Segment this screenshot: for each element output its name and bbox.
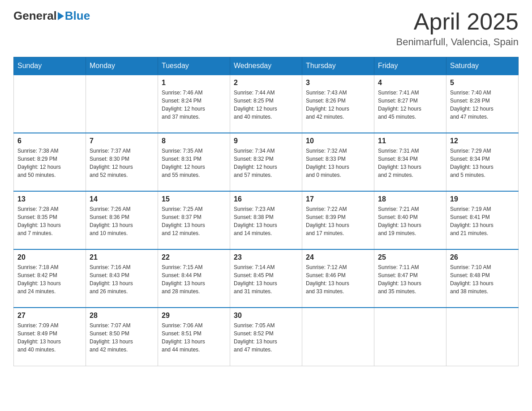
day-info: Sunrise: 7:18 AM Sunset: 8:42 PM Dayligh… [17, 263, 82, 295]
day-number: 27 [17, 312, 82, 320]
day-info: Sunrise: 7:05 AM Sunset: 8:52 PM Dayligh… [234, 321, 298, 354]
calendar-cell: 18Sunrise: 7:21 AM Sunset: 8:40 PM Dayli… [374, 191, 446, 249]
day-number: 21 [90, 253, 154, 261]
calendar-cell: 23Sunrise: 7:14 AM Sunset: 8:45 PM Dayli… [230, 249, 302, 308]
col-friday: Friday [374, 57, 446, 75]
day-info: Sunrise: 7:06 AM Sunset: 8:51 PM Dayligh… [162, 321, 226, 354]
day-number: 6 [17, 137, 82, 145]
col-saturday: Saturday [446, 57, 519, 75]
day-number: 26 [450, 253, 515, 261]
calendar-cell: 5Sunrise: 7:40 AM Sunset: 8:28 PM Daylig… [446, 75, 519, 133]
calendar-cell: 19Sunrise: 7:19 AM Sunset: 8:41 PM Dayli… [446, 191, 519, 249]
day-info: Sunrise: 7:38 AM Sunset: 8:29 PM Dayligh… [17, 147, 82, 179]
day-number: 23 [234, 253, 298, 261]
calendar-cell: 4Sunrise: 7:41 AM Sunset: 8:27 PM Daylig… [374, 75, 446, 133]
calendar-cell [446, 308, 519, 366]
day-info: Sunrise: 7:16 AM Sunset: 8:43 PM Dayligh… [90, 263, 154, 295]
page-header: General Blue April 2025 Benimarfull, Val… [13, 9, 519, 48]
calendar-cell: 12Sunrise: 7:29 AM Sunset: 8:34 PM Dayli… [446, 133, 519, 191]
day-number: 9 [234, 137, 298, 145]
calendar-cell: 25Sunrise: 7:11 AM Sunset: 8:47 PM Dayli… [374, 249, 446, 308]
day-number: 25 [378, 253, 442, 261]
day-info: Sunrise: 7:37 AM Sunset: 8:30 PM Dayligh… [90, 147, 154, 179]
day-number: 3 [306, 79, 370, 87]
day-info: Sunrise: 7:10 AM Sunset: 8:48 PM Dayligh… [450, 263, 515, 295]
calendar-cell: 17Sunrise: 7:22 AM Sunset: 8:39 PM Dayli… [302, 191, 374, 249]
day-number: 8 [162, 137, 226, 145]
calendar-cell: 9Sunrise: 7:34 AM Sunset: 8:32 PM Daylig… [230, 133, 302, 191]
day-info: Sunrise: 7:12 AM Sunset: 8:46 PM Dayligh… [306, 263, 370, 295]
calendar-cell: 29Sunrise: 7:06 AM Sunset: 8:51 PM Dayli… [158, 308, 230, 366]
day-info: Sunrise: 7:11 AM Sunset: 8:47 PM Dayligh… [378, 263, 442, 295]
calendar-cell: 6Sunrise: 7:38 AM Sunset: 8:29 PM Daylig… [14, 133, 86, 191]
title-area: April 2025 Benimarfull, Valencia, Spain [396, 9, 519, 48]
day-info: Sunrise: 7:23 AM Sunset: 8:38 PM Dayligh… [234, 205, 298, 237]
day-info: Sunrise: 7:43 AM Sunset: 8:26 PM Dayligh… [306, 89, 370, 121]
day-number: 15 [162, 195, 226, 203]
calendar-table: Sunday Monday Tuesday Wednesday Thursday… [13, 57, 519, 366]
day-number: 16 [234, 195, 298, 203]
day-number: 19 [450, 195, 515, 203]
day-info: Sunrise: 7:44 AM Sunset: 8:25 PM Dayligh… [234, 89, 298, 121]
day-info: Sunrise: 7:22 AM Sunset: 8:39 PM Dayligh… [306, 205, 370, 237]
calendar-cell [302, 308, 374, 366]
calendar-cell: 27Sunrise: 7:09 AM Sunset: 8:49 PM Dayli… [14, 308, 86, 366]
day-number: 2 [234, 79, 298, 87]
calendar-cell: 10Sunrise: 7:32 AM Sunset: 8:33 PM Dayli… [302, 133, 374, 191]
calendar-week-row: 13Sunrise: 7:28 AM Sunset: 8:35 PM Dayli… [14, 191, 519, 249]
day-info: Sunrise: 7:09 AM Sunset: 8:49 PM Dayligh… [17, 321, 82, 354]
day-number: 22 [162, 253, 226, 261]
day-number: 13 [17, 195, 82, 203]
col-wednesday: Wednesday [230, 57, 302, 75]
calendar-cell [374, 308, 446, 366]
calendar-week-row: 1Sunrise: 7:46 AM Sunset: 8:24 PM Daylig… [14, 75, 519, 133]
day-number: 17 [306, 195, 370, 203]
calendar-cell: 24Sunrise: 7:12 AM Sunset: 8:46 PM Dayli… [302, 249, 374, 308]
day-info: Sunrise: 7:14 AM Sunset: 8:45 PM Dayligh… [234, 263, 298, 295]
logo-general: General [13, 9, 57, 23]
calendar-cell: 26Sunrise: 7:10 AM Sunset: 8:48 PM Dayli… [446, 249, 519, 308]
day-info: Sunrise: 7:19 AM Sunset: 8:41 PM Dayligh… [450, 205, 515, 237]
logo-arrow-icon [58, 12, 64, 20]
day-info: Sunrise: 7:41 AM Sunset: 8:27 PM Dayligh… [378, 89, 442, 121]
day-info: Sunrise: 7:25 AM Sunset: 8:37 PM Dayligh… [162, 205, 226, 237]
day-info: Sunrise: 7:31 AM Sunset: 8:34 PM Dayligh… [378, 147, 442, 179]
calendar-cell [86, 75, 158, 133]
day-number: 18 [378, 195, 442, 203]
calendar-header-row: Sunday Monday Tuesday Wednesday Thursday… [14, 57, 519, 75]
day-number: 11 [378, 137, 442, 145]
day-info: Sunrise: 7:15 AM Sunset: 8:44 PM Dayligh… [162, 263, 226, 295]
day-number: 28 [90, 312, 154, 320]
calendar-cell: 8Sunrise: 7:35 AM Sunset: 8:31 PM Daylig… [158, 133, 230, 191]
day-info: Sunrise: 7:21 AM Sunset: 8:40 PM Dayligh… [378, 205, 442, 237]
calendar-cell: 3Sunrise: 7:43 AM Sunset: 8:26 PM Daylig… [302, 75, 374, 133]
day-info: Sunrise: 7:29 AM Sunset: 8:34 PM Dayligh… [450, 147, 515, 179]
day-number: 14 [90, 195, 154, 203]
calendar-cell: 7Sunrise: 7:37 AM Sunset: 8:30 PM Daylig… [86, 133, 158, 191]
day-info: Sunrise: 7:26 AM Sunset: 8:36 PM Dayligh… [90, 205, 154, 237]
calendar-cell: 16Sunrise: 7:23 AM Sunset: 8:38 PM Dayli… [230, 191, 302, 249]
calendar-cell: 20Sunrise: 7:18 AM Sunset: 8:42 PM Dayli… [14, 249, 86, 308]
day-number: 5 [450, 79, 515, 87]
month-title: April 2025 [396, 9, 519, 34]
calendar-cell: 13Sunrise: 7:28 AM Sunset: 8:35 PM Dayli… [14, 191, 86, 249]
day-number: 20 [17, 253, 82, 261]
calendar-cell: 1Sunrise: 7:46 AM Sunset: 8:24 PM Daylig… [158, 75, 230, 133]
calendar-week-row: 6Sunrise: 7:38 AM Sunset: 8:29 PM Daylig… [14, 133, 519, 191]
calendar-cell: 15Sunrise: 7:25 AM Sunset: 8:37 PM Dayli… [158, 191, 230, 249]
calendar-cell [14, 75, 86, 133]
logo-blue: Blue [65, 9, 90, 23]
day-info: Sunrise: 7:40 AM Sunset: 8:28 PM Dayligh… [450, 89, 515, 121]
col-thursday: Thursday [302, 57, 374, 75]
calendar-week-row: 20Sunrise: 7:18 AM Sunset: 8:42 PM Dayli… [14, 249, 519, 308]
day-info: Sunrise: 7:46 AM Sunset: 8:24 PM Dayligh… [162, 89, 226, 121]
day-number: 7 [90, 137, 154, 145]
calendar-cell: 21Sunrise: 7:16 AM Sunset: 8:43 PM Dayli… [86, 249, 158, 308]
calendar-cell: 22Sunrise: 7:15 AM Sunset: 8:44 PM Dayli… [158, 249, 230, 308]
col-tuesday: Tuesday [158, 57, 230, 75]
col-monday: Monday [86, 57, 158, 75]
day-info: Sunrise: 7:32 AM Sunset: 8:33 PM Dayligh… [306, 147, 370, 179]
day-number: 12 [450, 137, 515, 145]
day-number: 1 [162, 79, 226, 87]
day-info: Sunrise: 7:07 AM Sunset: 8:50 PM Dayligh… [90, 321, 154, 354]
